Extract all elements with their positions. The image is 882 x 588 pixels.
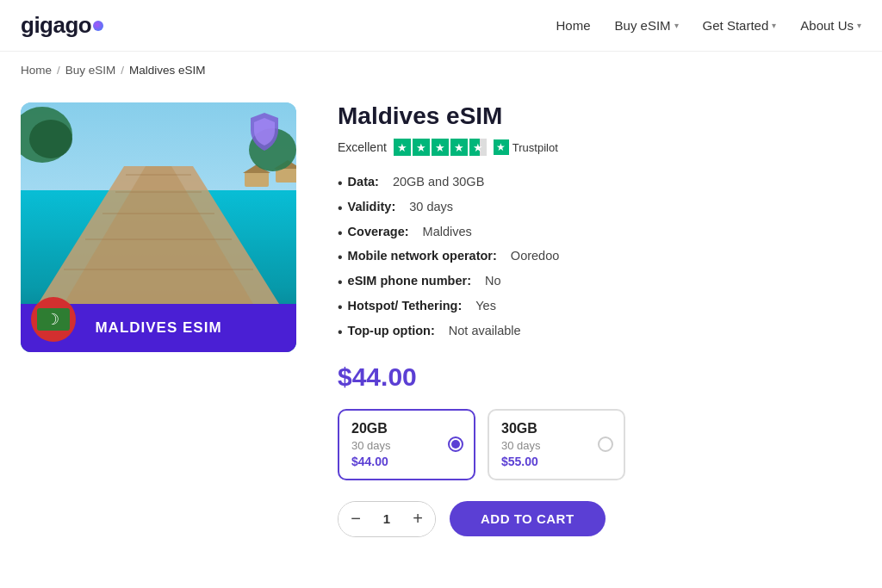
esim-shield-icon (245, 111, 283, 154)
plan-options: 20GB 30 days $44.00 30GB 30 days $55.00 (338, 409, 861, 480)
quantity-control: − 1 + (338, 501, 436, 537)
plan-price-20gb: $44.00 (351, 455, 462, 468)
trustpilot-row: Excellent ★ ★ ★ ★ ★ ★ Trustpilot (338, 139, 861, 156)
star-rating: ★ ★ ★ ★ ★ (394, 139, 487, 156)
image-bottom-bar: ☽ MALDIVES ESIM (21, 304, 296, 352)
star-2: ★ (413, 139, 430, 156)
plan-radio-20gb[interactable] (448, 436, 463, 452)
nav-buy-esim[interactable]: Buy eSIM ▾ (615, 18, 679, 33)
rating-label: Excellent (338, 140, 387, 154)
main-nav: Home Buy eSIM ▾ Get Started ▾ About Us ▾ (556, 18, 861, 33)
feature-phone-number: eSIM phone number: No (338, 270, 861, 295)
nav-about-us[interactable]: About Us ▾ (800, 18, 861, 33)
feature-hotspot: Hotspot/ Tethering: Yes (338, 295, 861, 320)
maldives-flag: ☽ (31, 297, 76, 342)
plan-days-30gb: 30 days (501, 439, 612, 452)
image-walkway (21, 166, 296, 304)
product-price: $44.00 (338, 362, 861, 392)
trustpilot-logo: ★ Trustpilot (494, 139, 558, 155)
brand-logo[interactable]: gigago (21, 12, 103, 39)
quantity-value: 1 (373, 511, 401, 526)
nav-get-started[interactable]: Get Started ▾ (703, 18, 777, 33)
breadcrumb-current: Maldives eSIM (129, 64, 206, 77)
feature-coverage: Coverage: Maldives (338, 221, 861, 246)
brand-dot (93, 21, 103, 31)
trustpilot-star-icon: ★ (494, 139, 509, 155)
feature-validity: Validity: 30 days (338, 196, 861, 221)
star-3: ★ (432, 139, 449, 156)
product-image: ☽ MALDIVES ESIM (21, 102, 296, 352)
plan-size-20gb: 20GB (351, 421, 462, 436)
main-content: ☽ MALDIVES ESIM Maldives eSIM Excellent … (0, 89, 882, 572)
cart-row: − 1 + ADD TO CART (338, 501, 861, 537)
breadcrumb: Home / Buy eSIM / Maldives eSIM (0, 52, 882, 89)
feature-operator: Mobile network operator: Ooredoo (338, 245, 861, 270)
product-title: Maldives eSIM (338, 102, 861, 130)
breadcrumb-separator: / (57, 64, 60, 77)
plan-radio-30gb[interactable] (598, 436, 613, 452)
flag-green-stripe: ☽ (37, 308, 70, 331)
breadcrumb-separator: / (121, 64, 124, 77)
breadcrumb-home[interactable]: Home (21, 64, 52, 77)
product-info: Maldives eSIM Excellent ★ ★ ★ ★ ★ ★ Trus… (338, 102, 861, 537)
quantity-decrease-button[interactable]: − (339, 502, 373, 536)
breadcrumb-buy-esim[interactable]: Buy eSIM (65, 64, 116, 77)
header: gigago Home Buy eSIM ▾ Get Started ▾ Abo… (0, 0, 882, 52)
star-1: ★ (394, 139, 411, 156)
plan-days-20gb: 30 days (351, 439, 462, 452)
plan-card-30gb[interactable]: 30GB 30 days $55.00 (488, 409, 625, 480)
plan-card-20gb[interactable]: 20GB 30 days $44.00 (338, 409, 475, 480)
plan-price-30gb: $55.00 (501, 455, 612, 468)
star-4: ★ (450, 139, 468, 156)
star-5-half: ★ (469, 139, 487, 156)
feature-data: Data: 20GB and 30GB (338, 171, 861, 196)
feature-list: Data: 20GB and 30GB Validity: 30 days Co… (338, 171, 861, 345)
chevron-down-icon: ▾ (772, 21, 776, 30)
quantity-increase-button[interactable]: + (401, 502, 435, 536)
brand-name: gigago (21, 12, 91, 39)
chevron-down-icon: ▾ (857, 21, 861, 30)
flag-crescent-icon: ☽ (46, 312, 59, 327)
image-bottom-text: MALDIVES ESIM (95, 319, 221, 337)
feature-topup: Top-up option: Not available (338, 320, 861, 345)
trustpilot-label: Trustpilot (512, 141, 558, 154)
image-tree-2 (29, 120, 72, 158)
plan-size-30gb: 30GB (501, 421, 612, 436)
add-to-cart-button[interactable]: ADD TO CART (450, 501, 606, 536)
chevron-down-icon: ▾ (674, 21, 679, 30)
nav-home[interactable]: Home (556, 18, 591, 33)
